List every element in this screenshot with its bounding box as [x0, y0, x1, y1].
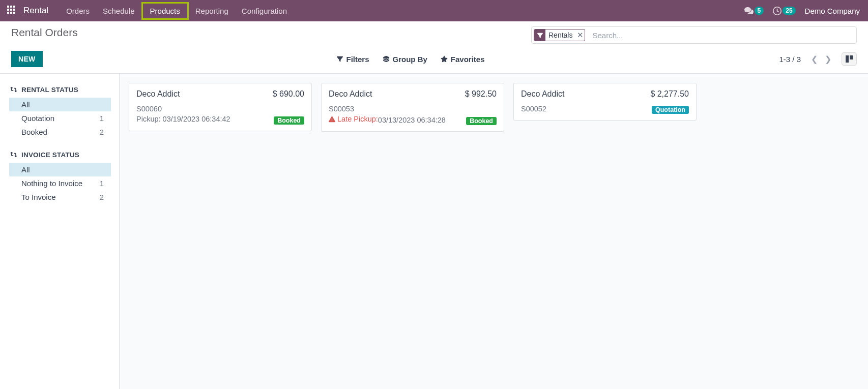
status-badge: Quotation — [652, 106, 689, 114]
favorites-label: Favorites — [451, 55, 485, 64]
activities-button[interactable]: 25 — [773, 7, 795, 15]
nav-products[interactable]: Products — [141, 2, 189, 20]
search-box[interactable]: Rentals ✕ — [531, 26, 857, 44]
sidebar-item-invoice-1[interactable]: Nothing to Invoice1 — [9, 176, 111, 190]
filter-sidebar: RENTAL STATUS AllQuotation1Booked2 INVOI… — [0, 74, 120, 389]
card-details: S00060Pickup: 03/19/2023 06:34:42 — [136, 104, 269, 125]
card-order-number: S00052 — [521, 104, 647, 114]
pager-prev[interactable]: ❮ — [809, 53, 820, 65]
apps-icon[interactable] — [7, 6, 17, 16]
pickup-date: 03/13/2023 06:34:28 — [378, 116, 446, 124]
sidebar-item-count: 1 — [100, 179, 104, 188]
navbar-left: Rental Orders Schedule Products Reportin… — [5, 2, 294, 20]
card-details: S00052 — [521, 104, 647, 114]
card-order-number: S00060 — [136, 104, 269, 114]
kanban-card[interactable]: Deco Addict$ 992.50S00053 Late Pickup: 0… — [321, 83, 504, 132]
filters-button[interactable]: Filters — [337, 55, 369, 64]
layers-icon — [383, 55, 390, 63]
groupby-button[interactable]: Group By — [383, 55, 427, 64]
filter-icon — [534, 29, 545, 41]
nav-configuration[interactable]: Configuration — [235, 2, 294, 20]
invoice-status-title: INVOICE STATUS — [21, 151, 79, 159]
card-customer: Deco Addict — [329, 89, 372, 99]
activities-badge: 25 — [783, 7, 795, 15]
retweet-icon — [10, 152, 17, 158]
page-title: Rental Orders — [11, 26, 78, 39]
sidebar-item-label: To Invoice — [21, 193, 56, 201]
comments-icon — [744, 7, 754, 15]
nav-orders[interactable]: Orders — [60, 2, 96, 20]
late-pickup-label: Late Pickup: — [329, 114, 378, 124]
sidebar-item-label: Quotation — [21, 114, 54, 123]
svg-rect-1 — [850, 55, 853, 59]
rental-status-header[interactable]: RENTAL STATUS — [10, 86, 119, 94]
pickup-line: Pickup: 03/19/2023 06:34:42 — [136, 115, 230, 123]
body-layout: RENTAL STATUS AllQuotation1Booked2 INVOI… — [0, 74, 868, 389]
app-brand[interactable]: Rental — [23, 6, 48, 16]
invoice-status-header[interactable]: INVOICE STATUS — [10, 151, 119, 159]
card-details: S00053 Late Pickup: 03/13/2023 06:34:28 — [329, 104, 461, 125]
sidebar-item-count: 1 — [100, 114, 104, 123]
nav-schedule[interactable]: Schedule — [96, 2, 141, 20]
control-panel: Rental Orders Rentals ✕ NEW Filters Grou… — [0, 21, 868, 74]
sidebar-item-rental-0[interactable]: All — [9, 98, 111, 111]
favorites-button[interactable]: Favorites — [441, 55, 485, 64]
sidebar-item-label: Booked — [21, 128, 47, 136]
pager-text[interactable]: 1-3 / 3 — [779, 55, 801, 64]
warning-icon — [329, 116, 335, 123]
search-facet-remove[interactable]: ✕ — [575, 29, 585, 41]
star-icon — [441, 55, 448, 63]
nav-reporting[interactable]: Reporting — [189, 2, 235, 20]
card-amount: $ 992.50 — [465, 89, 497, 99]
sidebar-item-label: Nothing to Invoice — [21, 179, 82, 188]
search-facet-rentals: Rentals ✕ — [534, 29, 585, 41]
kanban-view-button[interactable] — [842, 52, 857, 66]
top-navbar: Rental Orders Schedule Products Reportin… — [0, 0, 868, 21]
sidebar-item-rental-1[interactable]: Quotation1 — [9, 111, 111, 125]
search-facet-label: Rentals — [545, 29, 575, 41]
status-badge: Booked — [466, 117, 497, 125]
sidebar-item-label: All — [21, 100, 30, 109]
sidebar-item-count: 2 — [100, 193, 104, 201]
card-customer: Deco Addict — [521, 89, 564, 99]
sidebar-item-invoice-2[interactable]: To Invoice2 — [9, 190, 111, 204]
kanban-icon — [845, 55, 853, 63]
retweet-icon — [10, 87, 17, 93]
kanban-area: Deco Addict$ 690.00S00060Pickup: 03/19/2… — [120, 74, 868, 389]
rental-status-title: RENTAL STATUS — [21, 86, 78, 94]
search-input[interactable] — [588, 27, 856, 43]
kanban-card[interactable]: Deco Addict$ 690.00S00060Pickup: 03/19/2… — [129, 83, 312, 131]
company-switcher[interactable]: Demo Company — [805, 7, 863, 15]
sidebar-item-invoice-0[interactable]: All — [9, 163, 111, 176]
messaging-badge: 5 — [755, 7, 764, 15]
card-order-number: S00053 — [329, 104, 461, 114]
filters-label: Filters — [346, 55, 369, 64]
sidebar-item-count: 2 — [100, 128, 104, 136]
sidebar-item-rental-2[interactable]: Booked2 — [9, 125, 111, 139]
kanban-card[interactable]: Deco Addict$ 2,277.50S00052Quotation — [513, 83, 697, 121]
card-amount: $ 690.00 — [273, 89, 304, 99]
filter-icon — [337, 56, 343, 62]
sidebar-item-label: All — [21, 165, 30, 174]
groupby-label: Group By — [393, 55, 427, 64]
clock-icon — [773, 7, 782, 15]
pager-next[interactable]: ❯ — [823, 53, 833, 65]
new-button[interactable]: NEW — [11, 51, 43, 67]
card-amount: $ 2,277.50 — [650, 89, 689, 99]
messaging-button[interactable]: 5 — [744, 7, 764, 15]
card-customer: Deco Addict — [136, 89, 180, 99]
svg-rect-0 — [846, 55, 849, 63]
navbar-right: 5 25 Demo Company — [744, 7, 863, 15]
status-badge: Booked — [274, 116, 304, 125]
